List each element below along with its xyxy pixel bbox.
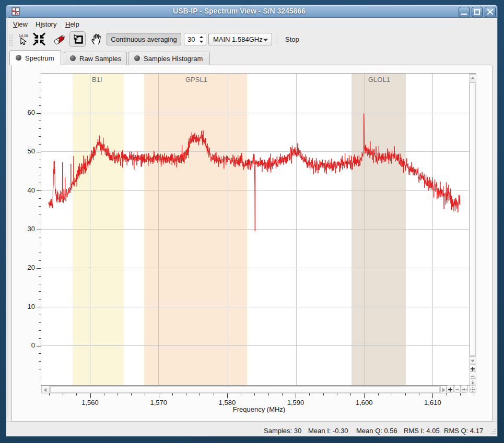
svg-text:14,10: 14,10 [19,34,28,38]
